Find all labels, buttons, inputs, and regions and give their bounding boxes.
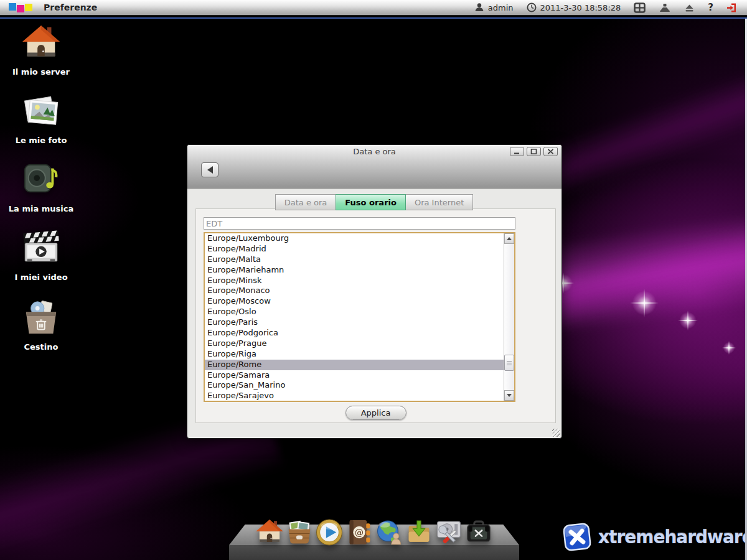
timezone-row[interactable]: Europe/San_Marino	[205, 380, 504, 391]
timezone-row[interactable]: Europe/Malta	[205, 254, 504, 265]
timezone-row[interactable]: Europe/Madrid	[205, 244, 504, 254]
back-button[interactable]	[201, 162, 218, 177]
desktop-icon-my-server[interactable]: Il mio server	[5, 24, 77, 77]
toolbox-icon	[465, 518, 493, 546]
show-desktop-icon[interactable]	[659, 3, 671, 12]
timezone-list: Europe/LuxembourgEurope/MadridEurope/Mal…	[205, 233, 504, 401]
timezone-row[interactable]: Europe/Rome	[205, 360, 504, 370]
dock-item-media-player[interactable]	[316, 518, 344, 546]
dock-item-disk-utility[interactable]	[435, 518, 463, 546]
timezone-row[interactable]: Europe/Mariehamn	[205, 265, 504, 276]
desktop-icon-my-music[interactable]: La mia musica	[5, 161, 77, 213]
home-icon	[21, 24, 62, 62]
dock-item-network[interactable]	[375, 518, 403, 546]
window-header[interactable]: Data e ora	[187, 145, 561, 189]
desktop-icon-label: La mia musica	[5, 204, 77, 213]
timezone-row[interactable]: Europe/Samara	[205, 370, 504, 381]
desktop-icon-my-videos[interactable]: I miei video	[5, 229, 77, 282]
user-menu[interactable]: admin	[474, 2, 514, 12]
dock-item-contacts[interactable]	[345, 518, 374, 546]
desktop-icon-trash[interactable]: Cestino	[5, 299, 77, 352]
resize-grip[interactable]	[552, 429, 560, 437]
window-date-and-time: Data e ora Data e ora Fuso orario	[187, 144, 562, 439]
desktop-icon-label: I miei video	[5, 273, 77, 282]
timezone-row[interactable]: Europe/Luxembourg	[205, 233, 504, 244]
chevron-up-icon	[507, 237, 512, 240]
topbar: Preferenze admin 2011-3-30 18:58:28	[0, 0, 747, 16]
window-content: Data e ora Fuso orario Ora Internet Euro…	[188, 189, 561, 437]
watermark: xtremehardware.it	[562, 522, 747, 552]
user-icon	[474, 2, 484, 12]
timezone-row[interactable]: Europe/Oslo	[205, 307, 504, 317]
apply-button[interactable]: Applica	[345, 406, 406, 420]
photo-box-icon	[286, 518, 314, 546]
photos-icon	[21, 92, 62, 131]
music-icon	[21, 161, 62, 199]
viewport-top-border	[0, 17, 747, 19]
back-arrow-icon	[207, 166, 213, 174]
dock-item-home[interactable]	[256, 518, 284, 546]
tab-time-zone[interactable]: Fuso orario	[336, 194, 406, 210]
tab-internet-time[interactable]: Ora Internet	[405, 194, 473, 210]
vertical-scrollbar[interactable]	[504, 233, 514, 401]
dock	[229, 525, 519, 560]
timezone-row[interactable]: Europe/Monaco	[205, 286, 504, 296]
scrollbar-thumb[interactable]	[504, 355, 514, 371]
dock-item-photos[interactable]	[286, 518, 314, 546]
trash-icon	[21, 299, 62, 337]
window-title: Data e ora	[187, 147, 561, 156]
video-icon	[21, 229, 62, 268]
username-label: admin	[488, 3, 514, 12]
window-switcher-icon[interactable]	[634, 2, 646, 13]
sparkle-star	[678, 310, 698, 330]
media-player-icon	[316, 518, 344, 546]
logout-icon[interactable]	[726, 2, 737, 13]
network-globe-icon	[375, 518, 403, 546]
scroll-up-button[interactable]	[504, 233, 514, 244]
disk-utility-icon	[435, 518, 463, 546]
timezone-row[interactable]: Europe/Sarajevo	[205, 391, 504, 401]
contacts-icon	[345, 518, 374, 546]
xtremehardware-logo-icon	[562, 522, 592, 552]
desktop-icon-label: Il mio server	[5, 67, 77, 77]
timezone-listbox: Europe/LuxembourgEurope/MadridEurope/Mal…	[204, 232, 515, 402]
help-button[interactable]: ?	[708, 2, 713, 13]
timezone-row[interactable]: Europe/Prague	[205, 338, 504, 349]
datetime-label: 2011-3-30 18:58:28	[540, 3, 621, 12]
eject-icon[interactable]	[684, 3, 695, 12]
app-title: Preferenze	[44, 2, 97, 12]
dock-item-toolbox[interactable]	[465, 518, 493, 546]
brand-squares-icon	[9, 3, 32, 12]
tab-bar: Data e ora Fuso orario Ora Internet	[188, 194, 561, 210]
desktop-screen: Preferenze admin 2011-3-30 18:58:28	[0, 0, 747, 560]
watermark-text: xtremehardware.it	[598, 527, 747, 548]
close-button[interactable]	[543, 147, 558, 156]
timezone-row[interactable]: Europe/Paris	[205, 317, 504, 328]
sparkle-star	[630, 289, 659, 317]
desktop-icon-label: Le mie foto	[5, 136, 77, 145]
tab-panel: Europe/LuxembourgEurope/MadridEurope/Mal…	[195, 208, 556, 423]
maximize-button[interactable]	[527, 147, 541, 156]
maximize-icon	[530, 149, 537, 154]
timezone-row[interactable]: Europe/Podgorica	[205, 328, 504, 338]
home-icon	[256, 518, 284, 546]
clock-display[interactable]: 2011-3-30 18:58:28	[527, 2, 621, 12]
downloads-folder-icon	[405, 518, 433, 546]
desktop-icon-label: Cestino	[5, 342, 77, 352]
minimize-icon	[514, 149, 520, 154]
timezone-filter-input[interactable]	[204, 217, 515, 230]
sparkle-star	[722, 341, 736, 355]
timezone-row[interactable]: Europe/Minsk	[205, 276, 504, 286]
tab-date-and-time[interactable]: Data e ora	[275, 194, 337, 210]
scroll-down-button[interactable]	[504, 390, 514, 401]
close-icon	[547, 149, 554, 154]
desktop-icon-my-photos[interactable]: Le mie foto	[5, 92, 77, 145]
chevron-down-icon	[507, 394, 512, 397]
timezone-row[interactable]: Europe/Moscow	[205, 296, 504, 307]
dock-item-downloads[interactable]	[405, 518, 433, 546]
clock-icon	[527, 2, 537, 12]
timezone-row[interactable]: Europe/Riga	[205, 349, 504, 360]
minimize-button[interactable]	[510, 147, 524, 156]
